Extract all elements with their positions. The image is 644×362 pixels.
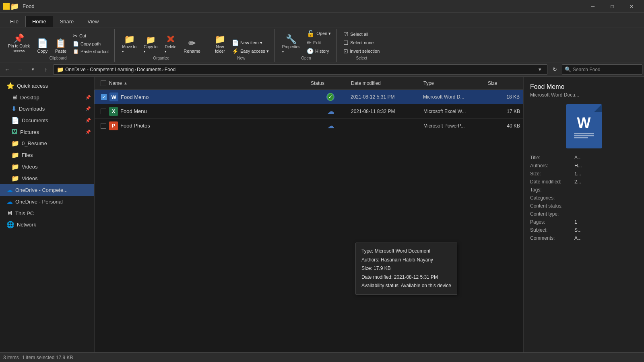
- invert-selection-button[interactable]: ⊡ Invert selection: [341, 47, 382, 55]
- new-item-icon: 📄: [232, 39, 239, 46]
- tab-home[interactable]: Home: [25, 16, 53, 27]
- sidebar-item-label: Pictures: [20, 129, 83, 135]
- row-checkbox[interactable]: [101, 123, 106, 129]
- pin-quick-access-button[interactable]: 📌 Pin to Quickaccess: [5, 33, 33, 55]
- select-none-button[interactable]: ☐ Select none: [341, 39, 382, 47]
- sidebar-item-videos1[interactable]: 📁 Videos: [0, 161, 94, 173]
- back-button[interactable]: ←: [2, 64, 13, 75]
- minimize-button[interactable]: ─: [584, 0, 602, 13]
- col-header-size[interactable]: Size: [488, 80, 520, 86]
- ribbon: 📌 Pin to Quickaccess 📄 Copy 📋 Paste ✂: [0, 27, 644, 62]
- select-all-label: Select all: [350, 32, 368, 37]
- select-all-button[interactable]: ☑ Select all: [341, 30, 382, 38]
- meta-label: Comments:: [530, 235, 574, 241]
- cut-icon: ✂: [73, 33, 78, 39]
- history-button[interactable]: 🕐 History: [304, 47, 333, 55]
- sidebar-item-desktop[interactable]: 🖥 Desktop 📌: [0, 92, 94, 103]
- tab-view[interactable]: View: [80, 16, 105, 27]
- sidebar-item-quick-access[interactable]: ⭐ Quick access: [0, 80, 94, 92]
- paste-shortcut-icon: 📋: [73, 49, 79, 54]
- sidebar-item-this-pc[interactable]: 🖥 This PC: [0, 208, 94, 219]
- preview-title: Food Memo: [530, 83, 638, 90]
- copy-to-button[interactable]: 📁 Copy to▾: [140, 34, 161, 55]
- easy-access-button[interactable]: ⚡ Easy access ▾: [229, 47, 271, 55]
- address-chevron[interactable]: ▾: [536, 66, 544, 74]
- row-checkbox[interactable]: [101, 94, 107, 100]
- copy-path-button[interactable]: 📄 Copy path: [70, 40, 111, 47]
- path-segment-onedrive[interactable]: OneDrive - Competent Learning: [65, 67, 134, 72]
- col-header-status[interactable]: Status: [311, 80, 351, 86]
- table-row[interactable]: P Food Photos ☁ Microsoft PowerP... 40 K…: [95, 119, 523, 133]
- open-button[interactable]: 🔓 Open ▾: [304, 29, 333, 38]
- sidebar-item-pictures[interactable]: 🖼 Pictures 📌: [0, 126, 94, 138]
- meta-row-comments: Comments: A...: [530, 235, 638, 241]
- main-content: ⭐ Quick access 🖥 Desktop 📌 ⬇ Downloads 📌…: [0, 77, 644, 352]
- select-all-checkbox[interactable]: [101, 80, 106, 86]
- open-label: Open: [279, 55, 334, 61]
- sidebar-item-downloads[interactable]: ⬇ Downloads 📌: [0, 103, 94, 115]
- close-button[interactable]: ✕: [622, 0, 641, 13]
- maximize-button[interactable]: □: [603, 0, 621, 13]
- file-name: Food Memo: [121, 94, 149, 100]
- sidebar-item-label: Videos: [22, 175, 91, 181]
- ribbon-groups: 📌 Pin to Quickaccess 📄 Copy 📋 Paste ✂: [0, 29, 644, 62]
- copy-path-label: Copy path: [80, 41, 101, 46]
- address-bar[interactable]: 📁 OneDrive - Competent Learning › Docume…: [53, 64, 547, 75]
- up-button[interactable]: ↑: [40, 64, 52, 75]
- path-segment-documents[interactable]: Documents: [137, 67, 161, 72]
- pin-icon: 📌: [13, 34, 24, 43]
- this-pc-icon: 🖥: [6, 210, 13, 217]
- header-checkbox[interactable]: [98, 80, 109, 86]
- properties-button[interactable]: 🔧 Properties▾: [279, 33, 304, 55]
- organize-label: Organize: [119, 55, 204, 61]
- app-icon-folder: 📁: [11, 3, 18, 10]
- col-header-type[interactable]: Type: [423, 80, 488, 86]
- easy-access-icon: ⚡: [232, 48, 239, 54]
- meta-row-tags: Tags:: [530, 187, 638, 193]
- row-checkbox-container: [98, 109, 109, 114]
- col-header-name[interactable]: Name ▲: [109, 80, 311, 86]
- tab-share[interactable]: Share: [53, 16, 81, 27]
- table-row[interactable]: W Food Memo ✓ 2021-08-12 5:31 PM Microso…: [95, 90, 523, 104]
- path-arrow-1: ›: [134, 67, 136, 72]
- organize-buttons: 📁 Move to▾ 📁 Copy to▾ 🗙 Delete▾ ✏ Rename: [119, 29, 204, 55]
- desktop-icon: 🖥: [11, 94, 18, 101]
- sidebar-item-0resume[interactable]: 📁 0_Resume: [0, 138, 94, 149]
- open-icon: 🔓: [307, 30, 315, 37]
- status-item-count: 3 items: [3, 355, 19, 360]
- search-bar[interactable]: 🔍 Search Food: [562, 64, 642, 75]
- row-checkbox[interactable]: [101, 109, 106, 114]
- network-icon: 🌐: [6, 221, 14, 228]
- new-folder-icon: 📁: [215, 35, 225, 44]
- path-segment-food[interactable]: Food: [165, 67, 175, 72]
- sidebar-item-videos2[interactable]: 📁 Videos: [0, 173, 94, 184]
- new-folder-button[interactable]: 📁 Newfolder: [211, 33, 229, 55]
- file-status: ✓: [310, 93, 351, 101]
- sidebar-item-onedrive-competent[interactable]: ☁ OneDrive - Compete...: [0, 184, 94, 196]
- refresh-button[interactable]: ↻: [549, 64, 560, 75]
- sidebar-item-documents[interactable]: 📄 Documents 📌: [0, 115, 94, 126]
- recent-button[interactable]: ▾: [27, 64, 39, 75]
- word-w-letter: W: [577, 115, 591, 132]
- paste-button[interactable]: 📋 Paste: [52, 37, 70, 55]
- sidebar-item-label: Downloads: [19, 106, 83, 112]
- edit-button[interactable]: ✏ Edit: [304, 39, 333, 47]
- paste-shortcut-button[interactable]: 📋 Paste shortcut: [70, 48, 111, 55]
- move-to-label: Move to▾: [122, 45, 136, 53]
- tab-file[interactable]: File: [3, 16, 25, 27]
- rename-button[interactable]: ✏ Rename: [180, 37, 204, 55]
- sidebar-item-network[interactable]: 🌐 Network: [0, 219, 94, 230]
- file-type: Microsoft Excel W...: [423, 109, 488, 114]
- cut-button[interactable]: ✂ Cut: [70, 32, 111, 40]
- file-size: 18 KB: [487, 94, 520, 100]
- tooltip-authors: Authors: Hasanain Habib-Nayany: [361, 256, 451, 265]
- pin-icon: 📌: [85, 106, 91, 111]
- col-header-date[interactable]: Date modified: [351, 80, 423, 86]
- delete-button[interactable]: 🗙 Delete▾: [161, 33, 180, 55]
- new-item-button[interactable]: 📄 New item ▾: [229, 39, 271, 47]
- move-to-button[interactable]: 📁 Move to▾: [119, 33, 140, 55]
- sidebar-item-files[interactable]: 📁 Files: [0, 149, 94, 161]
- table-row[interactable]: X Food Menu ☁ 2021-08-11 8:32 PM Microso…: [95, 104, 523, 119]
- copy-button[interactable]: 📄 Copy: [34, 37, 51, 55]
- sidebar-item-onedrive-personal[interactable]: ☁ OneDrive - Personal: [0, 196, 94, 208]
